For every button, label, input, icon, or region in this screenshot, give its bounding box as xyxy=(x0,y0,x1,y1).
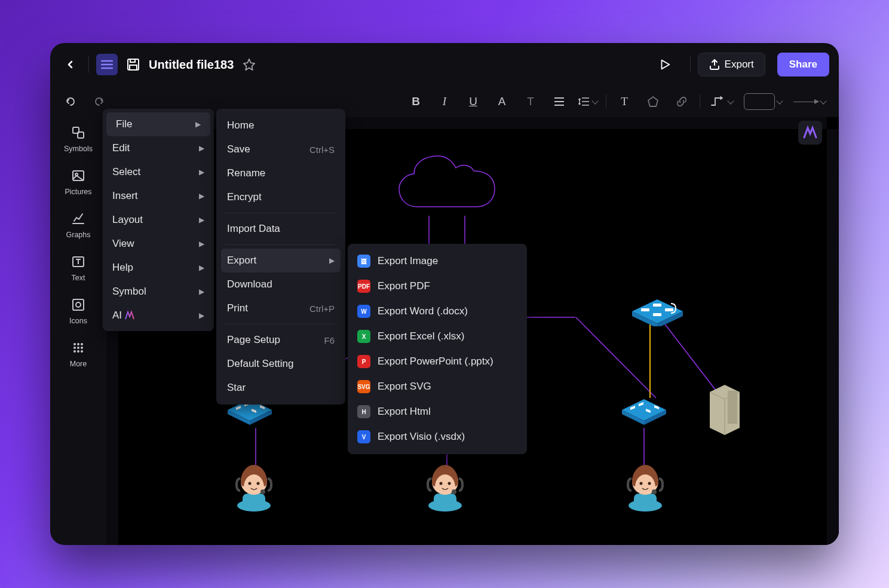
submenu-item-save[interactable]: SaveCtrl+S xyxy=(216,137,345,161)
word-format-icon: W xyxy=(357,305,370,318)
sidebar-label: Graphs xyxy=(66,231,91,239)
export-item-excel[interactable]: XExport Excel (.xlsx) xyxy=(348,324,527,349)
menu-item-view[interactable]: View▶ xyxy=(103,232,214,256)
underline-button[interactable]: U xyxy=(460,91,486,112)
sidebar-item-graphs[interactable]: Graphs xyxy=(54,210,102,239)
menu-item-help[interactable]: Help▶ xyxy=(103,256,214,280)
menu-item-edit[interactable]: Edit▶ xyxy=(103,136,214,160)
favorite-button[interactable] xyxy=(238,54,260,75)
export-item-powerpoint[interactable]: PExport PowerPoint (.pptx) xyxy=(348,349,527,374)
sidebar-item-icons[interactable]: Icons xyxy=(54,296,102,325)
submenu-item-print[interactable]: PrintCtrl+P xyxy=(216,296,345,320)
line-spacing-icon xyxy=(578,96,590,107)
submenu-item-rename[interactable]: Rename xyxy=(216,161,345,185)
menu-item-symbol[interactable]: Symbol▶ xyxy=(103,280,214,304)
text-icon: T xyxy=(621,95,628,108)
svg-point-27 xyxy=(249,482,252,485)
file-submenu: Home SaveCtrl+S Rename Encrypt Import Da… xyxy=(216,109,345,405)
menu-item-file[interactable]: File▶ xyxy=(106,112,210,136)
arrow-icon xyxy=(793,102,819,102)
hamburger-icon xyxy=(101,60,113,69)
italic-button[interactable]: I xyxy=(431,91,458,112)
separator xyxy=(225,213,337,213)
sidebar-label: Text xyxy=(72,274,85,282)
submenu-item-download[interactable]: Download xyxy=(216,272,345,296)
export-item-svg[interactable]: SVGExport SVG xyxy=(348,374,527,399)
svg-point-40 xyxy=(648,482,651,485)
export-icon xyxy=(709,59,720,70)
switch-device[interactable] xyxy=(617,392,671,427)
chevron-right-icon: ▶ xyxy=(199,240,204,248)
svg-point-11 xyxy=(77,343,79,345)
text-icon xyxy=(71,255,85,269)
line-style-button[interactable] xyxy=(741,91,785,112)
bold-button[interactable]: B xyxy=(403,91,429,112)
submenu-item-default-setting[interactable]: Default Setting xyxy=(216,352,345,376)
play-button[interactable] xyxy=(654,54,676,75)
app-window: Untitled file183 Export Share B I U A T … xyxy=(50,43,839,545)
export-item-pdf[interactable]: PDFExport PDF xyxy=(348,274,527,299)
share-button[interactable]: Share xyxy=(777,53,829,76)
app-logo-icon xyxy=(802,124,819,141)
save-button[interactable] xyxy=(122,54,144,75)
submenu-item-page-setup[interactable]: Page SetupF6 xyxy=(216,328,345,352)
export-item-html[interactable]: HExport Html xyxy=(348,399,527,424)
menu-item-insert[interactable]: Insert▶ xyxy=(103,184,214,208)
operator-person[interactable] xyxy=(232,461,277,514)
undo-icon xyxy=(65,96,76,108)
sidebar-item-pictures[interactable]: Pictures xyxy=(54,167,102,196)
chevron-right-icon: ▶ xyxy=(199,264,204,272)
svg-point-18 xyxy=(81,350,83,353)
shape-tool-button[interactable] xyxy=(640,91,666,112)
app-logo-badge[interactable] xyxy=(798,121,822,145)
image-format-icon: 🖼 xyxy=(357,255,370,268)
sidebar-item-text[interactable]: Text xyxy=(54,253,102,282)
sidebar-item-symbols[interactable]: Symbols xyxy=(54,124,102,153)
undo-button[interactable] xyxy=(57,91,84,112)
document-title[interactable]: Untitled file183 xyxy=(149,58,234,72)
align-button[interactable] xyxy=(546,91,572,112)
submenu-item-import-data[interactable]: Import Data xyxy=(216,217,345,241)
export-button[interactable]: Export xyxy=(698,53,765,76)
export-item-word[interactable]: WExport Word (.docx) xyxy=(348,299,527,324)
submenu-item-star[interactable]: Star xyxy=(216,376,345,400)
switch-device[interactable] xyxy=(626,290,689,329)
font-color-button[interactable]: A xyxy=(489,91,515,112)
menu-item-ai[interactable]: AI ▶ xyxy=(103,304,214,327)
server-tower[interactable] xyxy=(704,380,746,439)
arrow-style-button[interactable] xyxy=(787,91,832,112)
link-tool-button[interactable] xyxy=(669,91,695,112)
svg-point-28 xyxy=(257,482,260,485)
bold-icon: B xyxy=(412,95,420,108)
submenu-item-encrypt[interactable]: Encrypt xyxy=(216,185,345,209)
sidebar-item-more[interactable]: More xyxy=(54,339,102,368)
operator-icon xyxy=(232,461,277,512)
operator-person[interactable] xyxy=(623,461,668,514)
ruler-vertical-right xyxy=(827,129,839,545)
menu-item-layout[interactable]: Layout▶ xyxy=(103,208,214,232)
shortcut: F6 xyxy=(324,335,335,345)
star-icon xyxy=(243,58,256,71)
submenu-item-home[interactable]: Home xyxy=(216,114,345,137)
text-highlight-button[interactable]: T xyxy=(517,91,544,112)
svg-rect-31 xyxy=(434,494,456,507)
align-icon xyxy=(553,96,565,107)
export-item-image[interactable]: 🖼Export Image xyxy=(348,249,527,274)
svg-rect-2 xyxy=(130,65,137,70)
cloud-shape[interactable] xyxy=(393,153,507,219)
back-button[interactable] xyxy=(60,54,81,75)
connector-style-button[interactable] xyxy=(705,91,738,112)
operator-person[interactable] xyxy=(423,461,468,514)
export-item-visio[interactable]: VExport Visio (.vsdx) xyxy=(348,424,527,449)
svg-rect-20 xyxy=(653,304,661,307)
line-spacing-button[interactable] xyxy=(575,91,601,112)
save-icon xyxy=(127,58,140,71)
divider xyxy=(88,56,89,73)
menu-item-select[interactable]: Select▶ xyxy=(103,160,214,184)
hamburger-menu-button[interactable] xyxy=(96,54,118,75)
submenu-item-export[interactable]: Export▶ xyxy=(221,249,341,272)
svg-rect-8 xyxy=(73,299,84,310)
svg-rect-23 xyxy=(728,391,737,424)
text-tool-button[interactable]: T xyxy=(611,91,637,112)
svg-rect-1 xyxy=(130,59,135,62)
